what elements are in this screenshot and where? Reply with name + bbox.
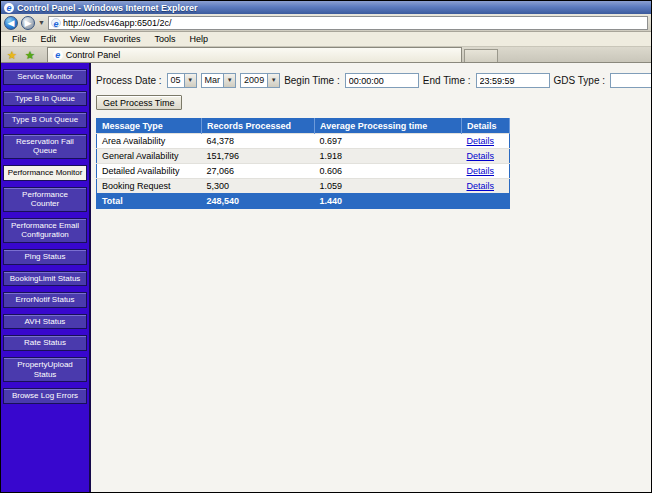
day-select-value: 05 bbox=[168, 74, 184, 87]
filter-form: Process Date : 05▼ Mar▼ 2009▼ Begin Time… bbox=[96, 73, 651, 88]
menu-edit[interactable]: Edit bbox=[34, 33, 64, 45]
get-process-time-button[interactable]: Get Process Time bbox=[96, 95, 182, 110]
new-tab-stub[interactable] bbox=[464, 49, 498, 62]
cell-avg-time: 0.697 bbox=[315, 134, 462, 149]
tab-bar: ★ ★ e Control Panel bbox=[1, 47, 651, 63]
end-time-input[interactable] bbox=[476, 73, 550, 88]
sidebar-item-propertyupload-status[interactable]: PropertyUpload Status bbox=[3, 357, 87, 382]
sidebar-item-label: Performance Email Configuration bbox=[7, 221, 83, 240]
history-dropdown-icon[interactable]: ▼ bbox=[38, 19, 45, 26]
menu-bar: File Edit View Favorites Tools Help bbox=[1, 32, 651, 47]
menu-view[interactable]: View bbox=[63, 33, 96, 45]
sidebar-item-performance-counter[interactable]: Performance Counter bbox=[3, 187, 87, 212]
header-message-type: Message Type bbox=[97, 119, 202, 134]
cell-message-type: General Availability bbox=[97, 149, 202, 164]
title-bar: e Control Panel - Windows Internet Explo… bbox=[1, 1, 651, 14]
sidebar-item-label: Browse Log Errors bbox=[12, 391, 78, 401]
menu-help[interactable]: Help bbox=[182, 33, 215, 45]
sidebar-item-bookinglimit-status[interactable]: BookingLimit Status bbox=[3, 271, 87, 287]
sidebar-item-browse-log-errors[interactable]: Browse Log Errors bbox=[3, 388, 87, 404]
sidebar-nav: Service Monitor Type B In Queue Type B O… bbox=[1, 63, 91, 492]
details-link[interactable]: Details bbox=[467, 181, 495, 191]
cell-records: 64,378 bbox=[202, 134, 315, 149]
details-link[interactable]: Details bbox=[467, 151, 495, 161]
sidebar-item-performance-email-configuration[interactable]: Performance Email Configuration bbox=[3, 218, 87, 243]
sidebar-item-rate-status[interactable]: Rate Status bbox=[3, 335, 87, 351]
sidebar-item-label: ErrorNotif Status bbox=[15, 295, 74, 305]
year-select[interactable]: 2009▼ bbox=[240, 73, 280, 88]
cell-avg-time: 1.918 bbox=[315, 149, 462, 164]
table-row: General Availability 151,796 1.918 Detai… bbox=[97, 149, 510, 164]
sidebar-item-label: Performance Monitor bbox=[8, 168, 83, 178]
cell-records: 27,066 bbox=[202, 164, 315, 179]
tab-control-panel[interactable]: e Control Panel bbox=[47, 47, 462, 62]
sidebar-item-errornotif-status[interactable]: ErrorNotif Status bbox=[3, 292, 87, 308]
header-records-processed: Records Processed bbox=[202, 119, 315, 134]
menu-favorites[interactable]: Favorites bbox=[96, 33, 147, 45]
day-select[interactable]: 05▼ bbox=[167, 73, 197, 88]
sidebar-item-performance-monitor[interactable]: Performance Monitor bbox=[3, 165, 87, 181]
total-details-empty bbox=[462, 194, 510, 209]
menu-tools[interactable]: Tools bbox=[147, 33, 182, 45]
total-records: 248,540 bbox=[202, 194, 315, 209]
page-favicon: e bbox=[51, 18, 61, 28]
sidebar-item-label: AVH Status bbox=[25, 317, 66, 327]
sidebar-item-reservation-fail-queue[interactable]: Reservation Fail Queue bbox=[3, 134, 87, 159]
cell-avg-time: 0.606 bbox=[315, 164, 462, 179]
sidebar-item-label: Performance Counter bbox=[7, 190, 83, 209]
begin-time-input[interactable] bbox=[345, 73, 419, 88]
menu-file[interactable]: File bbox=[5, 33, 34, 45]
ie-logo-icon: e bbox=[4, 3, 14, 13]
details-link[interactable]: Details bbox=[467, 136, 495, 146]
details-link[interactable]: Details bbox=[467, 166, 495, 176]
sidebar-item-label: Rate Status bbox=[24, 338, 66, 348]
table-row: Detailed Availability 27,066 0.606 Detai… bbox=[97, 164, 510, 179]
year-select-value: 2009 bbox=[241, 74, 267, 87]
process-time-table: Message Type Records Processed Average P… bbox=[96, 118, 510, 209]
back-button[interactable]: ◀ bbox=[4, 16, 18, 30]
header-average-processing-time: Average Processing time bbox=[315, 119, 462, 134]
sidebar-item-label: Type B Out Queue bbox=[12, 115, 78, 125]
sidebar-item-label: Service Monitor bbox=[17, 72, 73, 82]
address-bar: ◀ ▶ ▼ e bbox=[1, 14, 651, 32]
window-title: Control Panel - Windows Internet Explore… bbox=[17, 3, 197, 13]
process-date-label: Process Date : bbox=[96, 75, 162, 86]
chevron-down-icon: ▼ bbox=[267, 74, 279, 87]
url-input[interactable] bbox=[63, 18, 645, 28]
sidebar-item-label: BookingLimit Status bbox=[10, 274, 81, 284]
cell-avg-time: 1.059 bbox=[315, 179, 462, 194]
table-row: Area Availability 64,378 0.697 Details bbox=[97, 134, 510, 149]
gds-type-select-value bbox=[611, 74, 651, 87]
main-panel: Process Date : 05▼ Mar▼ 2009▼ Begin Time… bbox=[91, 63, 651, 492]
forward-button[interactable]: ▶ bbox=[21, 16, 35, 30]
gds-type-label: GDS Type : bbox=[554, 75, 606, 86]
month-select-value: Mar bbox=[202, 74, 224, 87]
month-select[interactable]: Mar▼ bbox=[201, 73, 237, 88]
sidebar-item-type-b-in-queue[interactable]: Type B In Queue bbox=[3, 91, 87, 107]
add-favorite-star-icon[interactable]: ★ bbox=[21, 48, 39, 62]
browser-window: e Control Panel - Windows Internet Explo… bbox=[0, 0, 652, 493]
sidebar-item-avh-status[interactable]: AVH Status bbox=[3, 314, 87, 330]
cell-message-type: Booking Request bbox=[97, 179, 202, 194]
favorites-star-icon[interactable]: ★ bbox=[3, 48, 21, 62]
table-row: Booking Request 5,300 1.059 Details bbox=[97, 179, 510, 194]
cell-message-type: Detailed Availability bbox=[97, 164, 202, 179]
tab-favicon: e bbox=[53, 50, 63, 60]
begin-time-label: Begin Time : bbox=[284, 75, 340, 86]
address-input-box: e bbox=[48, 16, 648, 30]
table-total-row: Total 248,540 1.440 bbox=[97, 194, 510, 209]
cell-message-type: Area Availability bbox=[97, 134, 202, 149]
table-header-row: Message Type Records Processed Average P… bbox=[97, 119, 510, 134]
page-content: Service Monitor Type B In Queue Type B O… bbox=[1, 63, 651, 492]
end-time-label: End Time : bbox=[423, 75, 471, 86]
header-details: Details bbox=[462, 119, 510, 134]
total-label: Total bbox=[97, 194, 202, 209]
cell-records: 5,300 bbox=[202, 179, 315, 194]
sidebar-item-ping-status[interactable]: Ping Status bbox=[3, 249, 87, 265]
chevron-down-icon: ▼ bbox=[223, 74, 235, 87]
sidebar-item-type-b-out-queue[interactable]: Type B Out Queue bbox=[3, 112, 87, 128]
sidebar-item-service-monitor[interactable]: Service Monitor bbox=[3, 69, 87, 85]
gds-type-select[interactable]: ▼ bbox=[610, 73, 651, 88]
sidebar-item-label: PropertyUpload Status bbox=[7, 360, 83, 379]
tab-title: Control Panel bbox=[66, 50, 121, 60]
